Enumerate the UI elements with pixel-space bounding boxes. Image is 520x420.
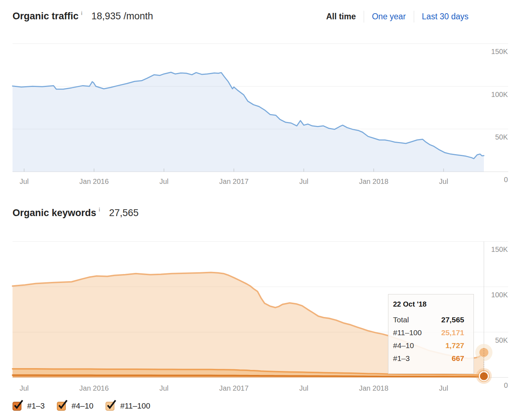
tooltip-row-label: Total	[393, 313, 409, 326]
tooltip-date: 22 Oct '18	[393, 300, 464, 308]
range-divider	[414, 11, 414, 23]
date-range-switcher: All timeOne yearLast 30 days	[326, 11, 469, 23]
range-button-one-year[interactable]: One year	[372, 12, 406, 21]
legend-item-11-100[interactable]: #11–100	[106, 401, 150, 411]
traffic-area	[13, 72, 484, 172]
legend-checkbox-4-10[interactable]	[57, 402, 66, 411]
traffic-title: Organic traffic	[13, 11, 79, 22]
keywords-value: 27,565	[109, 207, 139, 219]
checkmark-icon	[106, 398, 117, 410]
traffic-header: Organic traffic i 18,935 /month All time…	[13, 11, 507, 23]
tooltip-row-label: #11–100	[393, 326, 422, 339]
x-axis-label: Jan 2017	[219, 384, 249, 392]
tooltip-row-value: 667	[452, 352, 464, 365]
checkmark-icon	[57, 398, 68, 410]
range-button-all-time[interactable]: All time	[326, 12, 356, 21]
x-axis-label: Jul	[439, 384, 448, 392]
x-axis-label: Jul	[299, 384, 309, 392]
tooltip-row-value: 27,565	[441, 313, 464, 326]
x-axis-label: Jan 2018	[359, 384, 388, 392]
range-divider	[364, 11, 364, 23]
tooltip-row-4-10: #4–101,727	[393, 339, 464, 352]
y-axis-label: 50K	[495, 336, 508, 344]
info-icon[interactable]: i	[99, 207, 100, 213]
legend-label: #4–10	[72, 401, 93, 411]
legend-item-4-10[interactable]: #4–10	[57, 401, 93, 411]
x-axis-label: Jan 2016	[79, 177, 109, 185]
range-button-last-30-days[interactable]: Last 30 days	[422, 12, 469, 21]
tooltip-row-value: 1,727	[445, 339, 464, 352]
y-axis-label: 100K	[491, 291, 508, 299]
y-axis-label: 100K	[491, 91, 508, 98]
x-axis-label: Jul	[20, 384, 29, 392]
y-axis-label: 0	[504, 381, 508, 389]
keywords-legend: #1–3#4–10#11–100	[13, 401, 150, 411]
checkmark-icon	[13, 398, 24, 410]
y-axis-label: 150K	[491, 245, 508, 253]
tooltip-row-1-3: #1–3667	[393, 352, 464, 365]
tooltip-row-value: 25,171	[441, 326, 464, 339]
legend-item-1-3[interactable]: #1–3	[13, 401, 45, 411]
keywords-title: Organic keywords	[13, 207, 96, 219]
tooltip-row-total: Total27,565	[393, 313, 464, 326]
tooltip-row-label: #1–3	[393, 352, 410, 365]
x-axis-label: Jul	[20, 177, 29, 185]
legend-label: #1–3	[27, 401, 45, 411]
organic-traffic-chart[interactable]: JulJan 2016JulJan 2017JulJan 2018Jul150K…	[0, 36, 520, 193]
x-axis-label: Jul	[439, 177, 448, 185]
y-axis-label: 0	[504, 176, 508, 184]
x-axis-label: Jul	[160, 384, 169, 392]
chart-tooltip: 22 Oct '18 Total27,565#11–10025,171#4–10…	[388, 294, 474, 374]
tooltip-row-11-100: #11–10025,171	[393, 326, 464, 339]
traffic-value: 18,935 /month	[91, 11, 153, 22]
keywords-chart-area: JulJan 2016JulJan 2017JulJan 2018Jul150K…	[0, 229, 520, 399]
legend-checkbox-11-100[interactable]	[106, 402, 114, 411]
x-axis-label: Jul	[160, 177, 169, 185]
info-icon[interactable]: i	[81, 10, 83, 16]
x-axis-label: Jul	[299, 177, 309, 185]
hover-marker-1-3	[480, 372, 489, 381]
legend-checkbox-1-3[interactable]	[13, 402, 21, 411]
x-axis-label: Jan 2018	[359, 177, 388, 185]
x-axis-label: Jan 2017	[219, 177, 249, 185]
legend-label: #11–100	[120, 401, 150, 411]
keywords-header: Organic keywords i 27,565	[13, 207, 507, 219]
x-axis-label: Jan 2016	[79, 384, 109, 392]
tooltip-row-label: #4–10	[393, 339, 414, 352]
y-axis-label: 150K	[491, 48, 508, 55]
y-axis-label: 50K	[495, 133, 508, 141]
